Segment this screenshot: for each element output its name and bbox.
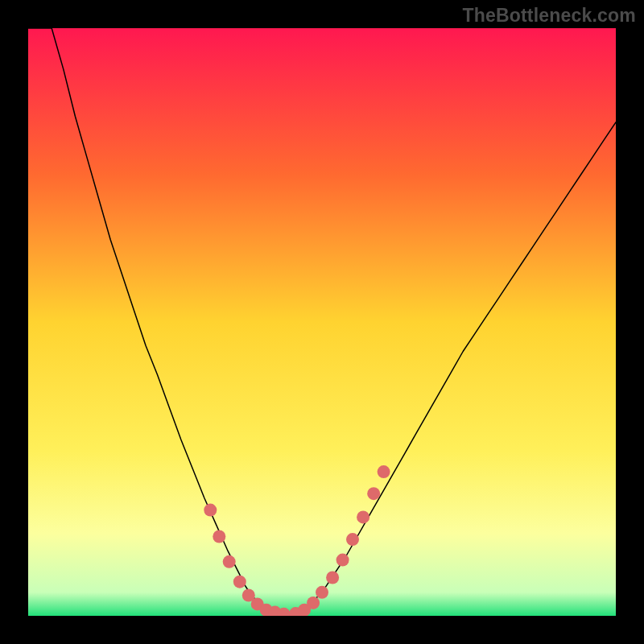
data-point <box>213 530 225 543</box>
data-point <box>316 586 328 599</box>
data-point <box>346 533 359 546</box>
watermark-text: TheBottleneck.com <box>462 5 636 27</box>
chart-area <box>28 28 616 616</box>
data-point <box>378 465 390 478</box>
data-point <box>233 576 246 588</box>
data-point <box>326 572 339 584</box>
data-point <box>357 510 369 523</box>
data-point <box>204 504 217 517</box>
data-point <box>367 487 380 500</box>
gradient-background <box>28 28 616 616</box>
data-point <box>223 555 236 568</box>
data-point <box>336 554 349 567</box>
data-point <box>307 597 320 609</box>
